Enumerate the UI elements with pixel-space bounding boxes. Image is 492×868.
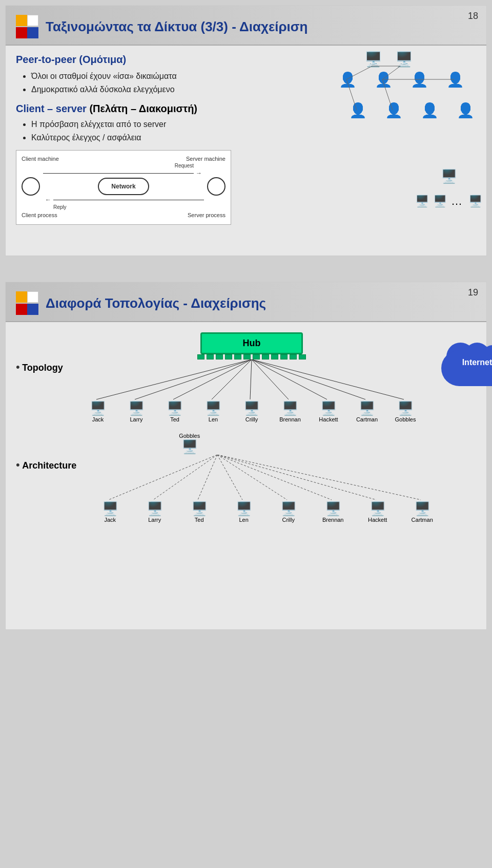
- node-crilly: 🖥️ Crilly: [233, 400, 271, 422]
- topology-label: Topology: [22, 363, 63, 373]
- slide-1-number: 18: [468, 11, 478, 22]
- arch-node-crilly-label: Crilly: [282, 517, 294, 523]
- arch-node-hackett-label: Hackett: [368, 517, 387, 523]
- arch-node-len-label: Len: [239, 517, 249, 523]
- svg-line-14: [252, 359, 365, 399]
- slide-2-body: • Topology Hub: [6, 322, 486, 533]
- arch-node-jack-label: Jack: [104, 517, 116, 523]
- reply-label: Reply: [53, 204, 67, 210]
- svg-line-15: [252, 359, 404, 399]
- arch-node-crilly: 🖥️ Crilly: [266, 501, 311, 523]
- svg-line-22: [217, 455, 376, 500]
- node-ted: 🖥️ Ted: [156, 400, 194, 422]
- logo: [16, 15, 38, 38]
- slide-1-header: Ταξινομώντας τα Δίκτυα (3/3) - Διαχείρισ…: [6, 6, 486, 46]
- server-node: [207, 177, 225, 196]
- arch-node-cartman: 🖥️ Cartman: [400, 501, 444, 523]
- server-machine-label: Server machine: [186, 156, 225, 162]
- logo-2: [16, 291, 38, 315]
- internet-cloud: Internet: [436, 343, 492, 389]
- arch-node-jack: 🖥️ Jack: [88, 501, 132, 523]
- node-hackett: 🖥️ Hackett: [310, 400, 348, 422]
- gobbles-label: Gobbles: [179, 433, 200, 439]
- svg-line-21: [217, 455, 332, 500]
- arch-node-larry: 🖥️ Larry: [132, 501, 177, 523]
- arch-node-hackett: 🖥️ Hackett: [355, 501, 400, 523]
- client-title-suffix: (Πελάτη – Διακομιστή): [87, 103, 197, 114]
- svg-line-2: [382, 66, 400, 79]
- logo-yellow: [16, 15, 27, 26]
- logo-red: [16, 27, 27, 38]
- logo2-red: [16, 304, 27, 315]
- arch-node-ted: 🖥️ Ted: [177, 501, 221, 523]
- port-10: [280, 354, 288, 359]
- port-11: [290, 354, 297, 359]
- internet-label: Internet: [436, 358, 492, 367]
- port-6: [243, 354, 251, 359]
- architecture-section: • Architecture Gobbles 🖥️: [16, 433, 476, 523]
- cloud-body: [441, 350, 492, 386]
- slide-2-title: Διαφορά Τοπολογίας - Διαχείρισης: [46, 295, 266, 311]
- node-brennan: 🖥️ Brennan: [271, 400, 310, 422]
- internet-section: Internet: [436, 343, 492, 389]
- svg-line-10: [212, 359, 252, 399]
- node-gobbles-label: Gobbles: [395, 416, 416, 422]
- port-12: [299, 354, 306, 359]
- server-process-label: Server process: [188, 212, 225, 218]
- port-5: [234, 354, 241, 359]
- gobbles-top-node: Gobbles 🖥️: [179, 433, 200, 455]
- svg-line-20: [217, 455, 287, 500]
- logo-blue: [27, 27, 38, 38]
- arch-node-brennan-label: Brennan: [322, 517, 344, 523]
- svg-line-12: [252, 359, 289, 399]
- node-hackett-label: Hackett: [319, 416, 338, 422]
- network-node: Network: [98, 178, 149, 195]
- topology-nodes-row: 🖥️ Jack 🖥️ Larry 🖥️ Ted 🖥️ Len: [77, 400, 426, 422]
- port-1: [197, 354, 204, 359]
- client-title-prefix: Client – server: [16, 103, 87, 114]
- p2p-lines-svg: [334, 51, 482, 153]
- ellipsis: …: [451, 195, 464, 208]
- arch-nodes-row: 🖥️ Jack 🖥️ Larry 🖥️ Ted 🖥️: [87, 501, 445, 523]
- logo2-yellow: [16, 291, 27, 303]
- arch-diagram: Gobbles 🖥️: [87, 433, 476, 523]
- node-gobbles: 🖥️ Gobbles: [386, 400, 425, 422]
- svg-line-1: [346, 66, 372, 79]
- logo-white: [27, 15, 38, 26]
- slide-1: 18 Ταξινομώντας τα Δίκτυα (3/3) - Διαχεί…: [5, 5, 487, 256]
- arch-node-cartman-label: Cartman: [412, 517, 433, 523]
- logo2-blue: [27, 304, 38, 315]
- port-7: [253, 354, 260, 359]
- node-cartman: 🖥️ Cartman: [348, 400, 386, 422]
- arch-lines-svg: [87, 455, 445, 501]
- svg-line-6: [382, 79, 393, 110]
- hub-ports: [197, 354, 306, 359]
- slide-2-header: Διαφορά Τοπολογίας - Διαχείρισης: [6, 282, 486, 322]
- client-node: [22, 177, 40, 196]
- svg-line-19: [217, 455, 242, 500]
- arch-node-ted-label: Ted: [195, 517, 204, 523]
- slide-2-number: 19: [468, 287, 478, 298]
- hub-section: • Topology Hub: [16, 332, 476, 422]
- node-jack-label: Jack: [92, 416, 104, 422]
- svg-line-23: [217, 455, 421, 500]
- port-8: [262, 354, 269, 359]
- svg-line-5: [346, 79, 357, 110]
- arch-node-brennan: 🖥️ Brennan: [311, 501, 355, 523]
- architecture-label: Architecture: [22, 460, 76, 471]
- client-machine-label: Client machine: [22, 156, 59, 162]
- gap: [0, 261, 492, 277]
- node-len-label: Len: [209, 416, 218, 422]
- node-ted-label: Ted: [170, 416, 179, 422]
- port-4: [225, 354, 232, 359]
- node-larry-label: Larry: [130, 416, 142, 422]
- port-2: [207, 354, 214, 359]
- svg-line-8: [135, 359, 252, 399]
- node-cartman-label: Cartman: [356, 416, 378, 422]
- svg-line-7: [96, 359, 252, 399]
- request-label: Request: [175, 163, 194, 168]
- node-larry: 🖥️ Larry: [117, 400, 156, 422]
- slide-1-title: Ταξινομώντας τα Δίκτυα (3/3) - Διαχείρισ…: [46, 19, 308, 35]
- p2p-illustration: 🖥️ 🖥️ 👤 👤 👤 👤 👤 👤 👤 👤: [334, 51, 482, 153]
- arch-node-larry-label: Larry: [148, 517, 161, 523]
